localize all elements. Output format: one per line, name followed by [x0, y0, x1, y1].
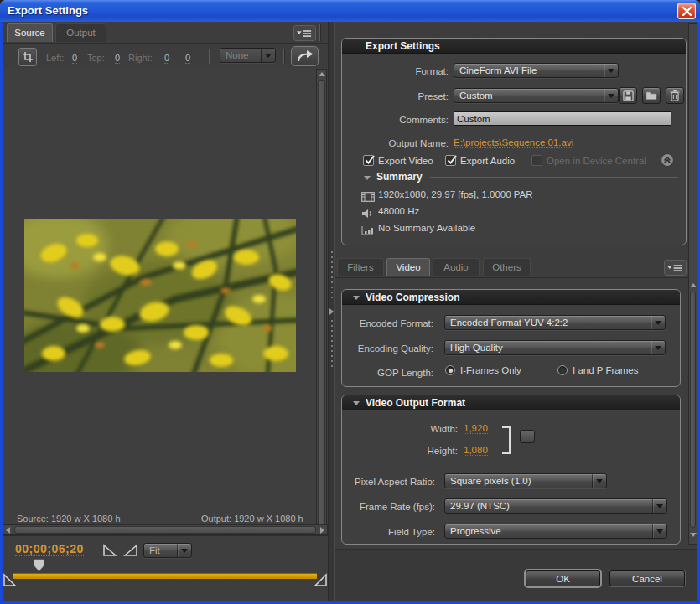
import-preset-button[interactable]: [642, 87, 661, 104]
gop-iframes-radio[interactable]: I-Frames Only: [445, 365, 521, 375]
encoding-quality-dropdown[interactable]: High Quality: [444, 340, 666, 355]
encoded-format-label: Encoded Format:: [342, 318, 433, 328]
tab-audio[interactable]: Audio: [433, 258, 480, 276]
crop-top-label: Top:: [87, 53, 105, 63]
dropdown-arrow-icon: [651, 341, 665, 354]
scroll-up-icon[interactable]: [688, 281, 697, 290]
preview-vscroll-thumb[interactable]: [318, 80, 325, 533]
preview-horizontal-scrollbar[interactable]: [3, 524, 328, 535]
ok-button[interactable]: OK: [526, 570, 600, 586]
width-value[interactable]: 1,920: [464, 423, 488, 434]
link-dimensions-toggle[interactable]: [520, 430, 535, 443]
preset-dropdown[interactable]: Custom: [454, 88, 619, 103]
preview-panel: Source Output Left: 0 Top: 0 Right: 0: [3, 22, 328, 601]
out-point-marker[interactable]: [314, 573, 328, 591]
scroll-right-icon[interactable]: [318, 525, 327, 534]
title-bar[interactable]: Export Settings: [0, 0, 700, 22]
export-frame-button[interactable]: [291, 46, 319, 66]
timecode[interactable]: 00;00;06;20: [15, 542, 84, 556]
width-label: Width:: [342, 424, 458, 434]
output-name-link[interactable]: E:\projects\Sequence 01.avi: [454, 137, 573, 148]
settings-vertical-scrollbar[interactable]: [688, 23, 697, 545]
radio-unselected-icon: [557, 365, 568, 375]
summary-disclosure-icon[interactable]: [364, 176, 371, 180]
delete-preset-button[interactable]: [666, 87, 684, 104]
pixel-aspect-ratio-dropdown[interactable]: Square pixels (1.0): [444, 473, 607, 488]
height-value[interactable]: 1,080: [464, 445, 488, 456]
tab-others[interactable]: Others: [483, 258, 531, 276]
tabrow-underline: [3, 43, 328, 44]
close-button[interactable]: [677, 3, 696, 19]
preview-image: [24, 219, 296, 372]
field-type-dropdown[interactable]: Progressive: [444, 524, 667, 539]
timeline-track[interactable]: [13, 573, 317, 579]
checkbox-checked-icon: [445, 155, 456, 166]
device-central-checkbox: Open in Device Central: [531, 155, 646, 166]
format-dropdown[interactable]: CineForm AVI File: [454, 63, 619, 78]
preset-value: Custom: [454, 90, 604, 101]
collapse-panel-button[interactable]: [660, 152, 675, 168]
in-point-marker[interactable]: [3, 573, 17, 591]
crop-button[interactable]: [18, 48, 37, 66]
tab-video[interactable]: Video: [386, 258, 430, 276]
cancel-button-label: Cancel: [632, 574, 662, 584]
crop-proportions-value: None: [220, 50, 261, 60]
crop-icon: [22, 51, 34, 63]
crop-right-value[interactable]: 0: [164, 53, 169, 64]
crop-bottom-value[interactable]: 0: [185, 53, 190, 64]
crop-proportions-dropdown[interactable]: None: [220, 48, 276, 63]
video-compression-header[interactable]: Video Compression: [342, 290, 680, 305]
export-video-checkbox[interactable]: Export Video: [363, 155, 433, 166]
panel-splitter[interactable]: [328, 22, 335, 601]
tab-filters[interactable]: Filters: [337, 258, 384, 276]
gop-ipframes-radio[interactable]: I and P Frames: [557, 365, 638, 375]
audio-summary-icon: [361, 207, 374, 222]
scroll-down-icon[interactable]: [688, 530, 697, 539]
export-audio-label: Export Audio: [460, 156, 515, 166]
dropdown-arrow-icon: [604, 89, 618, 102]
zoom-level-value: Fit: [144, 545, 177, 555]
format-label: Format:: [342, 66, 449, 76]
output-name-label: Output Name:: [342, 138, 449, 148]
save-preset-icon: [623, 90, 634, 101]
tab-output[interactable]: Output: [55, 23, 106, 42]
zoom-level-dropdown[interactable]: Fit: [143, 543, 192, 558]
video-output-format-header[interactable]: Video Output Format: [342, 395, 680, 410]
tabrow-divider: [319, 24, 320, 41]
splitter-collapse-icon[interactable]: [329, 308, 334, 315]
cancel-button[interactable]: Cancel: [609, 570, 685, 586]
output-dimensions: Output: 1920 w X 1080 h: [201, 514, 303, 524]
encoding-quality-value: High Quality: [445, 343, 651, 353]
tab-audio-label: Audio: [443, 262, 468, 272]
tab-source[interactable]: Source: [7, 23, 53, 42]
source-dimensions: Source: 1920 w X 1080 h: [17, 514, 121, 524]
gop-iframes-label: I-Frames Only: [460, 365, 521, 375]
video-compression-title: Video Compression: [366, 292, 459, 303]
field-type-value: Progressive: [445, 526, 652, 536]
ok-button-label: OK: [556, 574, 570, 584]
settings-vscroll-thumb[interactable]: [690, 292, 696, 528]
save-preset-button[interactable]: [619, 87, 637, 104]
collapse-chevrons-icon: [660, 152, 675, 168]
preview-vertical-scrollbar[interactable]: [316, 69, 327, 545]
gop-length-label: GOP Length:: [342, 368, 433, 378]
scroll-left-icon[interactable]: [3, 525, 13, 534]
video-output-format-section: Video Output Format Width: 1,920 Height:…: [341, 395, 681, 545]
summary-video-line: 1920x1080, 29.97 [fps], 1.0000 PAR: [378, 189, 533, 199]
scroll-up-icon[interactable]: [317, 70, 326, 79]
frame-rate-label: Frame Rate (fps):: [342, 502, 435, 512]
export-audio-checkbox[interactable]: Export Audio: [445, 155, 515, 166]
settings-panel-menu-button[interactable]: [664, 260, 687, 276]
preview-hscroll-thumb[interactable]: [14, 526, 316, 534]
panel-menu-icon: [297, 29, 313, 38]
crop-left-value[interactable]: 0: [72, 53, 77, 64]
panel-menu-button[interactable]: [293, 25, 316, 41]
frame-rate-dropdown[interactable]: 29.97 (NTSC): [444, 498, 667, 514]
set-in-point-button[interactable]: [102, 544, 119, 557]
encoded-format-dropdown[interactable]: Encoded Format YUV 4:2:2: [444, 315, 666, 330]
comments-input[interactable]: [454, 111, 671, 126]
set-out-point-button[interactable]: [123, 544, 140, 557]
dialog-footer: OK Cancel: [335, 549, 697, 601]
disclosure-triangle-icon: [353, 401, 360, 405]
crop-top-value[interactable]: 0: [115, 53, 120, 64]
